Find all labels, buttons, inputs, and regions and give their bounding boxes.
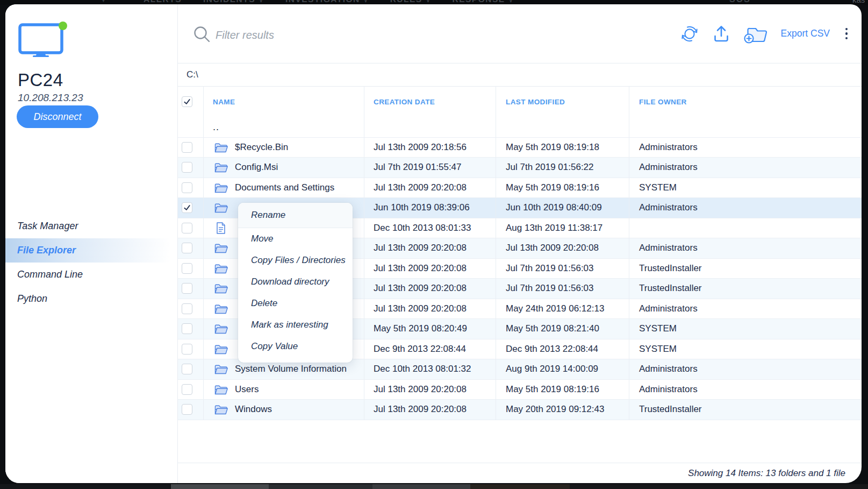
table-row[interactable]: Windows Jul 13th 2009 20:20:08 May 20th … (178, 400, 862, 420)
explorer-toolbar: Export CSV (178, 4, 862, 63)
new-folder-icon[interactable] (743, 24, 769, 44)
column-header-last-modified[interactable]: LAST MODIFIED (496, 86, 629, 117)
creation-date-cell: Jun 10th 2019 08:39:06 (364, 198, 496, 218)
last-modified-cell: May 5th 2019 08:19:18 (496, 138, 629, 158)
context-menu-item-move[interactable]: Move (238, 228, 353, 250)
context-menu-item-rename[interactable]: Rename (238, 203, 353, 228)
creation-date-cell: May 5th 2019 08:20:49 (364, 319, 496, 339)
row-checkbox[interactable] (182, 263, 192, 274)
folder-icon (214, 403, 228, 415)
last-modified-cell: Jul 7th 2019 01:56:03 (496, 259, 629, 279)
last-modified-cell: May 24th 2019 06:12:13 (496, 299, 629, 319)
column-header-creation-date[interactable]: CREATION DATE (364, 86, 496, 117)
file-owner-cell: SYSTEM (629, 178, 862, 198)
folder-icon (214, 202, 228, 214)
context-menu-item-mark-as-interesting[interactable]: Mark as interesting (238, 314, 353, 336)
row-checkbox[interactable] (182, 162, 192, 173)
row-checkbox[interactable] (182, 384, 192, 395)
select-all-checkbox[interactable] (182, 96, 192, 107)
refresh-icon[interactable] (679, 24, 700, 44)
table-row[interactable]: Config.Msi Jul 7th 2019 01:55:47 Jul 7th… (178, 158, 862, 178)
context-menu: RenameMoveCopy Files / DirectoriesDownlo… (238, 203, 353, 363)
context-menu-item-delete[interactable]: Delete (238, 293, 353, 314)
creation-date-cell: Dec 10th 2013 08:01:33 (364, 218, 496, 238)
column-header-file-owner[interactable]: FILE OWNER (629, 86, 862, 117)
creation-date-cell: Dec 10th 2013 08:01:32 (364, 359, 496, 379)
row-checkbox[interactable] (182, 283, 192, 294)
top-nav-item: INVESTIGATION∨ (285, 0, 369, 4)
parent-dir-row[interactable]: .. (178, 117, 862, 138)
top-nav-item: RULES∨ (390, 0, 431, 4)
creation-date-cell: Jul 13th 2009 20:20:08 (364, 259, 496, 279)
file-owner-cell: Administrators (629, 158, 862, 178)
creation-date-cell: Jul 13th 2009 20:18:56 (364, 138, 496, 158)
creation-date-cell: Jul 13th 2009 20:20:08 (364, 238, 496, 258)
table-row[interactable]: Users Jul 13th 2009 20:20:08 May 5th 201… (178, 380, 862, 400)
file-owner-cell (629, 117, 862, 137)
last-modified-cell: May 5th 2019 08:19:16 (496, 178, 629, 198)
chevron-down-icon: ∨ (426, 0, 431, 3)
table-row[interactable]: $Recycle.Bin Jul 13th 2009 20:18:56 May … (178, 138, 862, 158)
table-header: NAME CREATION DATE LAST MODIFIED FILE OW… (178, 86, 862, 118)
row-checkbox[interactable] (182, 142, 192, 153)
last-modified-cell: May 20th 2019 09:12:43 (496, 400, 629, 420)
breadcrumb[interactable]: C:\ (178, 63, 862, 87)
sos-button: SOS (729, 0, 751, 4)
row-checkbox[interactable] (182, 323, 192, 334)
last-modified-cell: May 5th 2019 08:21:40 (496, 319, 629, 339)
creation-date-cell: Jul 13th 2009 20:20:08 (364, 380, 496, 400)
file-name: Users (235, 384, 259, 395)
last-modified-cell: Jul 7th 2019 01:56:03 (496, 279, 629, 299)
upload-file-icon[interactable] (711, 24, 731, 44)
creation-date-cell: Jul 13th 2009 20:20:08 (364, 400, 496, 420)
row-checkbox[interactable] (182, 182, 192, 193)
chevron-down-icon: ∨ (364, 0, 369, 3)
last-modified-cell (496, 117, 629, 137)
row-checkbox[interactable] (182, 364, 192, 374)
top-nav-item: INCIDENTS∨ (203, 0, 264, 4)
filter-input[interactable] (214, 24, 496, 46)
file-owner-cell: TrustedInstaller (629, 400, 862, 420)
row-checkbox[interactable] (182, 344, 192, 355)
context-menu-item-copy-value[interactable]: Copy Value (238, 336, 353, 357)
folder-icon (214, 242, 228, 254)
kebab-menu-icon[interactable] (841, 25, 852, 43)
last-modified-cell: Dec 9th 2013 22:08:44 (496, 339, 629, 359)
table-row[interactable]: Documents and Settings Jul 13th 2009 20:… (178, 178, 862, 199)
machine-name: PC24 (18, 70, 63, 90)
context-menu-item-download-directory[interactable]: Download directory (238, 271, 353, 293)
column-header-name[interactable]: NAME (204, 86, 364, 117)
remote-shell-panel: PC24 10.208.213.23 Disconnect Task Manag… (5, 4, 862, 483)
context-menu-item-copy-files-directories[interactable]: Copy Files / Directories (238, 250, 353, 271)
disconnect-button[interactable]: Disconnect (17, 105, 98, 128)
file-owner-cell: Administrators (629, 138, 862, 158)
sidebar-item-task-manager[interactable]: Task Manager (5, 214, 177, 238)
creation-date-cell: Dec 9th 2013 22:08:44 (364, 339, 496, 359)
creation-date-cell: Jul 13th 2009 20:20:08 (364, 279, 496, 299)
file-owner-cell: Administrators (629, 359, 862, 379)
chevron-down-icon: ∨ (509, 0, 514, 3)
export-csv-button[interactable]: Export CSV (781, 28, 830, 39)
row-checkbox[interactable] (182, 223, 192, 233)
row-checkbox[interactable] (182, 243, 192, 253)
row-checkbox[interactable] (182, 404, 192, 415)
folder-icon (214, 384, 228, 395)
last-modified-cell: Aug 9th 2019 14:00:09 (496, 359, 629, 379)
file-name: Config.Msi (235, 162, 278, 173)
folder-icon (214, 343, 228, 355)
row-checkbox[interactable] (182, 303, 192, 314)
nav-user-fragment: kas (852, 0, 865, 4)
folder-icon (214, 282, 228, 294)
file-owner-cell: Administrators (629, 299, 862, 319)
file-name: .. (213, 122, 219, 133)
last-modified-cell: Jul 13th 2009 20:20:08 (496, 238, 629, 258)
sidebar-item-file-explorer[interactable]: File Explorer (5, 238, 177, 263)
file-name: System Volume Information (235, 364, 347, 374)
sidebar-item-python[interactable]: Python (5, 287, 177, 311)
folder-icon (214, 323, 228, 335)
machine-ip: 10.208.213.23 (18, 92, 83, 104)
file-owner-cell: Administrators (629, 238, 862, 258)
top-nav-item: RESPONSE∨ (453, 0, 514, 4)
row-checkbox[interactable] (182, 202, 192, 213)
sidebar-item-command-line[interactable]: Command Line (5, 263, 177, 287)
